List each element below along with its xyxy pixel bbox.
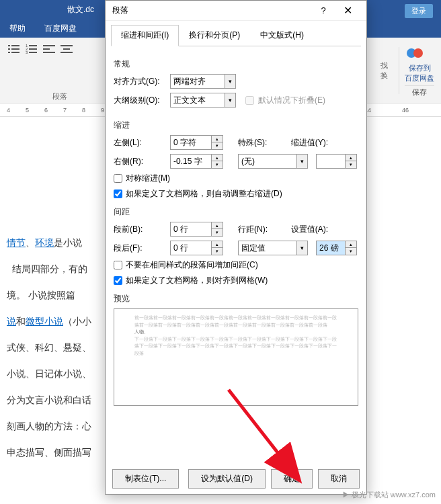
svg-rect-13 — [43, 48, 50, 50]
link-env[interactable]: 环境 — [35, 237, 54, 248]
space-after-input[interactable]: ▴▾ — [170, 241, 223, 255]
ribbon-group-paragraph: 段落 — [52, 91, 67, 101]
find-label[interactable]: 找 — [380, 60, 388, 71]
svg-rect-15 — [61, 45, 73, 46]
svg-rect-17 — [61, 52, 73, 53]
auto-adjust-indent-checkbox[interactable] — [114, 190, 122, 198]
section-preview: 预览 — [114, 293, 358, 304]
spinner-icon[interactable]: ▴▾ — [211, 155, 223, 168]
indent-right-label: 右侧(R): — [114, 156, 166, 167]
spinner-icon[interactable]: ▴▾ — [211, 241, 223, 255]
space-after-label: 段后(F): — [114, 243, 166, 254]
bullet-list-icon[interactable] — [8, 43, 20, 55]
collapse-checkbox — [245, 96, 254, 105]
link-novel[interactable]: 说 — [7, 316, 16, 327]
spinner-icon[interactable]: ▴▾ — [345, 241, 356, 255]
section-general: 常规 — [114, 58, 358, 70]
watermark: ▶ 极光下载站 www.xz7.com — [342, 490, 436, 500]
ok-button[interactable]: 确定 — [271, 469, 313, 489]
indent-by-label: 缩进值(Y): — [282, 137, 331, 149]
spacing-at-label: 设置值(A): — [282, 224, 331, 235]
align-left-icon[interactable] — [43, 43, 55, 55]
svg-rect-1 — [11, 45, 19, 46]
svg-rect-4 — [8, 52, 10, 53]
number-list-icon[interactable]: 123 — [26, 43, 38, 55]
tabs-button[interactable]: 制表位(T)... — [112, 469, 179, 489]
line-spacing-label: 行距(N): — [238, 224, 278, 235]
section-spacing: 间距 — [114, 206, 358, 218]
snap-grid-checkbox[interactable] — [114, 276, 122, 285]
dialog-title: 段落 — [112, 5, 311, 16]
tab-line-page-breaks[interactable]: 换行和分页(P) — [179, 25, 250, 46]
baidu-cloud-icon[interactable] — [405, 43, 425, 63]
svg-rect-16 — [63, 48, 70, 50]
save-to-label: 保存到 — [405, 63, 434, 73]
align-center-icon[interactable] — [61, 43, 73, 55]
indent-right-input[interactable]: ▴▾ — [170, 154, 223, 169]
special-select[interactable]: ▾ — [238, 154, 308, 169]
svg-rect-14 — [43, 52, 55, 53]
save-baidu-label: 百度网盘 — [405, 73, 434, 83]
spacing-at-input[interactable]: ▴▾ — [316, 241, 357, 255]
svg-rect-9 — [29, 48, 37, 50]
outline-label: 大纲级别(O): — [114, 95, 166, 106]
line-spacing-select[interactable]: ▾ — [238, 241, 308, 255]
space-before-label: 段前(B): — [114, 224, 166, 235]
chevron-down-icon[interactable]: ▾ — [296, 155, 307, 168]
svg-rect-0 — [8, 45, 10, 46]
svg-point-19 — [413, 48, 423, 58]
no-space-same-style-checkbox[interactable] — [114, 261, 122, 269]
chevron-down-icon[interactable]: ▾ — [225, 75, 235, 88]
no-space-same-style-label: 不要在相同样式的段落间增加间距(C) — [126, 259, 258, 271]
svg-rect-11 — [29, 52, 37, 53]
chevron-down-icon[interactable]: ▾ — [225, 93, 235, 107]
auto-adjust-indent-label: 如果定义了文档网格，则自动调整右缩进(D) — [126, 188, 282, 200]
svg-rect-2 — [8, 48, 10, 50]
svg-rect-7 — [29, 45, 37, 46]
tab-asian-typography[interactable]: 中文版式(H) — [250, 25, 314, 46]
svg-text:3: 3 — [26, 50, 28, 54]
save-group-label: 保存 — [405, 85, 434, 97]
mirror-indent-checkbox[interactable] — [114, 174, 122, 183]
tab-indent-spacing[interactable]: 缩进和间距(I) — [111, 25, 179, 46]
alignment-label: 对齐方式(G): — [114, 76, 166, 87]
snap-grid-label: 如果定义了文档网格，则对齐到网格(W) — [126, 275, 268, 286]
preview-box: 前一段落前一段落前一段落前一段落前一段落前一段落前一段落前一段落前一段落前一段落… — [114, 308, 358, 406]
space-before-input[interactable]: ▴▾ — [170, 222, 223, 237]
indent-left-input[interactable]: ▴▾ — [170, 135, 223, 150]
indent-by-input[interactable]: ▴▾ — [316, 154, 357, 169]
link-micronovel[interactable]: 微型小说 — [26, 316, 63, 327]
login-button[interactable]: 登录 — [405, 4, 433, 18]
close-icon[interactable]: ✕ — [335, 1, 360, 21]
collapse-label: 默认情况下折叠(E) — [258, 95, 325, 106]
spinner-icon[interactable]: ▴▾ — [211, 136, 223, 149]
svg-rect-12 — [43, 45, 55, 46]
cancel-button[interactable]: 取消 — [318, 469, 360, 489]
spinner-icon[interactable]: ▴▾ — [211, 222, 223, 236]
svg-rect-3 — [11, 48, 19, 50]
spinner-icon[interactable]: ▴▾ — [345, 155, 356, 168]
indent-left-label: 左侧(L): — [114, 137, 166, 149]
replace-label[interactable]: 换 — [380, 71, 388, 81]
menu-help[interactable]: 帮助 — [0, 23, 35, 34]
link-plot[interactable]: 情节 — [7, 237, 26, 248]
outline-select[interactable]: ▾ — [170, 93, 236, 108]
mirror-indent-label: 对称缩进(M) — [126, 173, 170, 184]
svg-rect-5 — [11, 52, 19, 53]
help-icon[interactable]: ? — [311, 1, 335, 21]
alignment-select[interactable]: ▾ — [170, 74, 236, 89]
special-label: 特殊(S): — [238, 137, 278, 149]
section-indent: 缩进 — [114, 120, 358, 131]
menu-baidu[interactable]: 百度网盘 — [35, 23, 86, 34]
chevron-down-icon[interactable]: ▾ — [296, 241, 307, 255]
set-default-button[interactable]: 设为默认值(D) — [188, 469, 266, 489]
document-filename: 散文.dc — [67, 4, 94, 15]
paragraph-dialog: 段落 ? ✕ 缩进和间距(I) 换行和分页(P) 中文版式(H) 常规 对齐方式… — [105, 0, 367, 495]
